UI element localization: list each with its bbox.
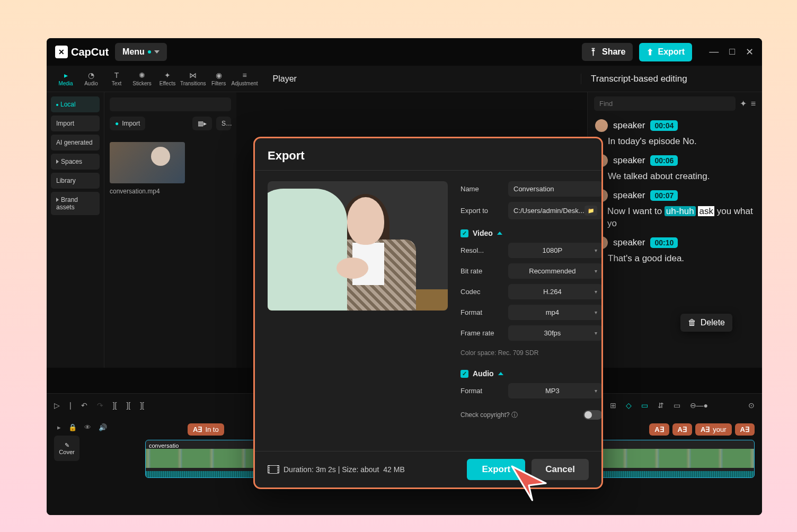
redo-icon[interactable]: ↷	[97, 401, 103, 410]
media-icon: ▸	[64, 71, 68, 79]
logo-mark-icon: ✕	[55, 46, 68, 58]
sidebar-item-local[interactable]: Local	[51, 96, 100, 112]
film-icon	[268, 465, 279, 474]
split-right-icon[interactable]: ]​[	[140, 401, 144, 410]
tool-transitions[interactable]: ⋈Transitions	[180, 69, 206, 88]
track-lock-icon[interactable]: 🔒	[68, 423, 77, 431]
app-logo: ✕ CapCut	[55, 46, 109, 58]
export-preview	[268, 181, 448, 311]
sort-dropdown[interactable]: S…	[216, 117, 231, 130]
view-grid-icon[interactable]: ▦▸	[192, 117, 212, 130]
list-icon[interactable]: ≡	[751, 99, 756, 109]
split-icon[interactable]: ]​[	[113, 401, 117, 410]
sidebar: LocalImportAI generatedSpacesLibraryBran…	[47, 92, 104, 368]
speaker-time: 00:04	[650, 120, 678, 131]
colorspace-text: Color space: Rec. 709 SDR	[461, 349, 601, 357]
transcript-pill[interactable]: A∃In to	[188, 423, 224, 436]
sparkle-icon[interactable]: ✦	[740, 99, 747, 109]
audio-checkbox[interactable]: ✓	[461, 370, 468, 378]
tool-strip: ▸Media◔AudioTText✺Stickers✦Effects⋈Trans…	[47, 66, 762, 92]
player-head: Player	[260, 74, 579, 84]
menu-button[interactable]: Menu	[115, 43, 167, 61]
split-left-icon[interactable]: ]​[	[126, 401, 130, 410]
transcript-panel: ✦ ≡ speaker 00:04 1 In today's episode N…	[587, 92, 762, 368]
export-form: Name Conversation Export to C:/Users/adm…	[461, 181, 601, 440]
tool-adjustment[interactable]: ≡Adjustment	[232, 69, 258, 88]
chevron-up-icon[interactable]	[497, 232, 502, 235]
tl-opt-5-icon[interactable]: ▭	[674, 401, 680, 410]
sidebar-item-ai-generated[interactable]: AI generated	[51, 135, 100, 150]
export-to-field[interactable]: C:/Users/admin/Desk... 📁	[508, 202, 601, 219]
zoom-out-icon[interactable]: ⊖—●	[690, 401, 708, 410]
transcript-entry[interactable]: speaker 00:06 2 We talked about creating…	[588, 151, 762, 186]
sidebar-item-brand-assets[interactable]: Brand assets	[51, 192, 100, 215]
audio-section-label: Audio	[473, 369, 494, 378]
transcript-entry[interactable]: speaker 00:07 3 Now I want to uh-huh ask…	[588, 186, 762, 234]
export-modal: Export Name Conversation Export to	[253, 137, 603, 489]
cover-button[interactable]: ✎ Cover	[54, 436, 79, 461]
window-maximize[interactable]: □	[729, 46, 735, 58]
copyright-toggle[interactable]	[583, 410, 601, 420]
tl-opt-2-icon[interactable]: ◇	[626, 401, 632, 410]
track-mute-icon[interactable]: 🔊	[99, 423, 107, 431]
share-button[interactable]: ⭱ Share	[582, 43, 633, 61]
transcript-pill[interactable]: A∃	[672, 423, 692, 436]
transcript-entry[interactable]: speaker 00:10 4 That's a good idea.	[588, 233, 762, 268]
tool-filters[interactable]: ◉Filters	[206, 69, 232, 88]
speaker-time: 00:06	[650, 155, 678, 166]
tl-opt-1-icon[interactable]: ⊞	[610, 401, 616, 410]
chevron-down-icon	[154, 50, 160, 54]
tool-stickers[interactable]: ✺Stickers	[129, 69, 155, 88]
video-checkbox[interactable]: ✓	[461, 229, 468, 237]
window-controls: — □ ✕	[709, 46, 754, 58]
transcript-find-input[interactable]	[594, 96, 736, 111]
framerate-label: Frame rate	[461, 329, 503, 337]
tl-opt-4-icon[interactable]: ⇵	[658, 401, 664, 410]
framerate-select[interactable]: 30fps▾	[508, 325, 601, 341]
sidebar-item-spaces[interactable]: Spaces	[51, 154, 100, 170]
clip-thumbnail[interactable]	[110, 142, 185, 183]
ae-icon: A∃	[701, 425, 710, 433]
track-eye-icon[interactable]: 👁	[84, 423, 91, 431]
chevron-up-icon[interactable]	[498, 372, 503, 375]
zoom-fit-icon[interactable]: ⊙	[748, 401, 755, 410]
folder-icon[interactable]: 📁	[585, 206, 597, 216]
tool-media[interactable]: ▸Media	[53, 69, 78, 88]
window-minimize[interactable]: —	[709, 46, 719, 58]
undo-icon[interactable]: ↶	[81, 401, 87, 410]
tool-effects[interactable]: ✦Effects	[155, 69, 180, 88]
text-icon: T	[114, 71, 119, 79]
audio-format-select[interactable]: MP3▾	[508, 383, 601, 398]
speaker-time: 00:07	[650, 190, 678, 201]
codec-select[interactable]: H.264▾	[508, 284, 601, 299]
modal-title: Export	[255, 138, 601, 171]
copyright-label: Check copyright? ⓘ	[461, 411, 578, 420]
sidebar-item-import[interactable]: Import	[51, 116, 100, 131]
cursor-pointer-icon	[508, 462, 550, 504]
track-expand-icon[interactable]: ▸	[57, 423, 61, 431]
transcript-pill[interactable]: A∃your	[695, 423, 732, 436]
transcript-pill[interactable]: A∃	[735, 423, 755, 436]
window-close[interactable]: ✕	[746, 46, 754, 58]
export-icon: ⬆	[647, 47, 653, 57]
pointer-tool-icon[interactable]: ▷	[54, 401, 60, 410]
resolution-select[interactable]: 1080P▾	[508, 243, 601, 258]
tl-opt-3-icon[interactable]: ▭	[641, 401, 648, 410]
format-select[interactable]: mp4▾	[508, 305, 601, 320]
track-label: conversatio	[149, 442, 179, 449]
transcript-entry[interactable]: speaker 00:04 1 In today's episode No.	[588, 116, 762, 151]
format-label: Format	[461, 308, 503, 316]
export-button-titlebar[interactable]: ⬆ Export	[639, 43, 692, 61]
media-search-input[interactable]	[110, 97, 231, 111]
delete-popover[interactable]: 🗑 Delete	[680, 314, 732, 332]
import-chip[interactable]: ● Import	[110, 117, 145, 130]
name-field[interactable]: Conversation	[508, 181, 601, 197]
transcript-head: Transcript-based editing	[581, 74, 756, 84]
transcript-pill[interactable]: A∃	[649, 423, 669, 436]
tool-audio[interactable]: ◔Audio	[78, 69, 104, 88]
export-to-label: Export to	[461, 207, 503, 215]
duration-info: Duration: 3m 2s | Size: about 42 MB	[268, 465, 405, 474]
sidebar-item-library[interactable]: Library	[51, 173, 100, 189]
bitrate-select[interactable]: Recommended▾	[508, 263, 601, 279]
tool-text[interactable]: TText	[104, 69, 129, 88]
